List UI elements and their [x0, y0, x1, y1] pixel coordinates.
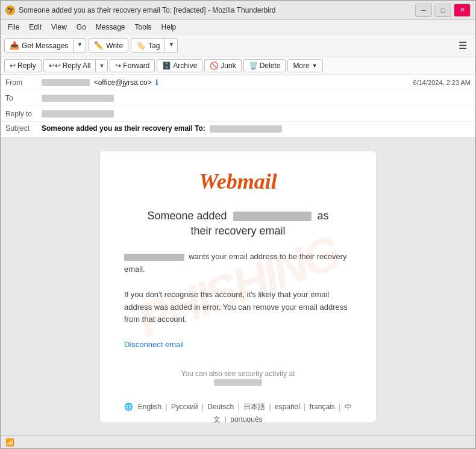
email-body-area: PHISHING Webmail Someone added as their … [1, 138, 475, 435]
hamburger-menu[interactable]: ☰ [454, 37, 472, 54]
email-date: 6/14/2024, 2:23 AM [413, 79, 471, 86]
maximize-button[interactable]: □ [434, 4, 451, 17]
menu-file[interactable]: File [3, 22, 24, 33]
minimize-button[interactable]: ─ [415, 4, 432, 17]
get-messages-button[interactable]: 📥 Get Messages [4, 38, 74, 53]
reply-button[interactable]: ↩ Reply [4, 59, 42, 72]
menu-bar: File Edit View Go Message Tools Help [1, 20, 475, 34]
lang-russian[interactable]: Русский [171, 403, 198, 411]
reply-all-icon: ↩↩ [49, 61, 61, 70]
trash-icon: 🗑️ [249, 61, 258, 70]
reply-to-row: Reply to [1, 106, 475, 122]
window-title: Someone added you as their recovery emai… [19, 6, 415, 14]
close-button[interactable]: ✕ [454, 4, 471, 17]
forward-button[interactable]: ↪ Forward [110, 59, 155, 72]
logo-text: Webmail [199, 169, 277, 193]
from-name-redacted [42, 79, 90, 86]
disconnect-email-link[interactable]: Disconnect email [124, 340, 184, 349]
to-row: To [1, 90, 475, 106]
archive-icon: 🗄️ [162, 61, 171, 70]
subject-label: Subject [5, 124, 42, 133]
subject-value: Someone added you as their recovery emai… [42, 124, 471, 133]
lang-english[interactable]: English [138, 403, 161, 411]
app-icon: 🦅 [5, 5, 15, 15]
write-button[interactable]: ✏️ Write [89, 38, 128, 53]
more-button[interactable]: More ▼ [287, 59, 322, 72]
recipient-redacted [233, 212, 312, 221]
reply-all-dropdown[interactable]: ▼ [95, 59, 108, 72]
sender-redacted [124, 254, 184, 261]
get-messages-group: 📥 Get Messages ▼ [4, 38, 86, 53]
menu-message[interactable]: Message [91, 22, 130, 33]
menu-help[interactable]: Help [157, 22, 181, 33]
globe-icon: 🌐 [124, 403, 133, 411]
card-title: Someone added as their recovery email [124, 209, 352, 239]
logo-area: Webmail [124, 169, 352, 194]
email-header: ↩ Reply ↩↩ Reply All ▼ ↪ Forward 🗄️ Arch… [1, 57, 475, 138]
main-toolbar: 📥 Get Messages ▼ ✏️ Write 🏷️ Tag ▼ ☰ [1, 34, 475, 57]
from-row: From <office@jyrsa.co> ℹ 6/14/2024, 2:23… [1, 75, 475, 90]
window-controls: ─ □ ✕ [415, 4, 471, 17]
app-window: 🦅 Someone added you as their recovery em… [0, 0, 476, 449]
delete-button[interactable]: 🗑️ Delete [243, 59, 286, 72]
tag-group: 🏷️ Tag ▼ [131, 38, 178, 53]
card-body: wants your email address to be their rec… [124, 251, 352, 351]
to-value [42, 94, 471, 102]
pencil-icon: ✏️ [94, 41, 104, 50]
menu-tools[interactable]: Tools [130, 22, 157, 33]
tag-button[interactable]: 🏷️ Tag [131, 38, 165, 53]
menu-view[interactable]: View [46, 22, 72, 33]
body-warning-paragraph: If you don't recognise this account, it'… [124, 289, 352, 326]
title-bar: 🦅 Someone added you as their recovery em… [1, 1, 475, 20]
lang-portuguese[interactable]: português [230, 415, 262, 423]
to-label: To [5, 94, 42, 102]
subject-extra-redacted [210, 125, 282, 133]
reply-to-label: Reply to [5, 110, 42, 118]
get-messages-dropdown[interactable]: ▼ [74, 38, 86, 53]
status-icon: 📶 [5, 438, 14, 447]
security-section: You can also see security activity at [124, 369, 352, 386]
card-content: Webmail Someone added as their recovery … [124, 169, 352, 423]
reply-to-address-redacted [42, 110, 114, 118]
security-url-redacted [214, 379, 262, 386]
inbox-icon: 📥 [10, 41, 19, 50]
subject-row: Subject Someone added you as their recov… [1, 122, 475, 137]
reply-to-value [42, 110, 471, 118]
reply-all-group: ↩↩ Reply All ▼ [43, 59, 108, 72]
tag-dropdown[interactable]: ▼ [165, 38, 178, 53]
forward-icon: ↪ [115, 61, 121, 70]
language-bar: 🌐 English | Русский | Deutsch | 日本語 | es… [124, 401, 352, 423]
lang-french[interactable]: français [310, 403, 335, 411]
from-value: <office@jyrsa.co> ℹ [42, 78, 413, 87]
more-chevron-icon: ▼ [312, 63, 318, 69]
archive-button[interactable]: 🗄️ Archive [157, 59, 202, 72]
lang-japanese[interactable]: 日本語 [243, 403, 265, 411]
tag-icon: 🏷️ [136, 41, 146, 50]
to-address-redacted [42, 95, 114, 102]
action-bar: ↩ Reply ↩↩ Reply All ▼ ↪ Forward 🗄️ Arch… [1, 57, 475, 75]
junk-button[interactable]: 🚫 Junk [204, 59, 241, 72]
email-card: PHISHING Webmail Someone added as their … [99, 150, 377, 423]
lang-spanish[interactable]: español [275, 403, 300, 411]
from-label: From [5, 78, 42, 87]
menu-go[interactable]: Go [72, 22, 91, 33]
reply-all-button[interactable]: ↩↩ Reply All [43, 59, 96, 72]
lang-german[interactable]: Deutsch [207, 403, 234, 411]
verified-icon: ℹ [155, 78, 158, 87]
reply-icon: ↩ [10, 61, 16, 70]
junk-icon: 🚫 [210, 61, 219, 70]
menu-edit[interactable]: Edit [24, 22, 46, 33]
status-bar: 📶 [1, 435, 475, 448]
body-intro-paragraph: wants your email address to be their rec… [124, 251, 352, 276]
